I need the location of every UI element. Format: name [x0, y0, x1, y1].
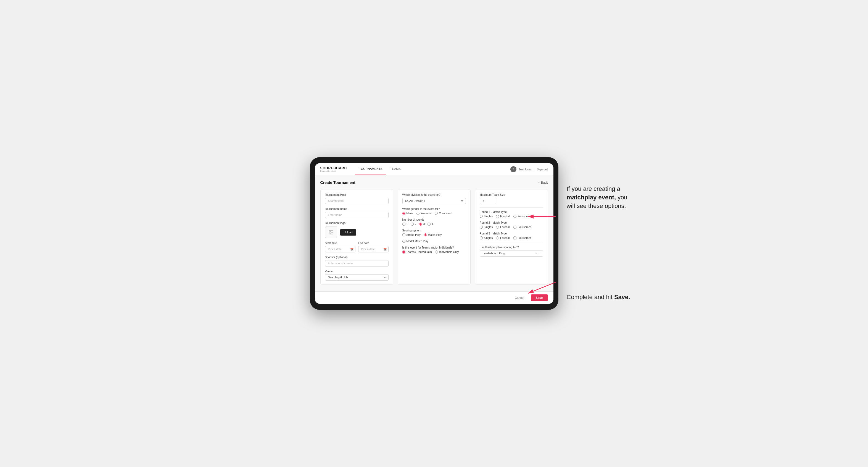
scoring-stroke[interactable]: Stroke Play: [402, 234, 421, 237]
gender-radio-group: Mens Womens Combined: [402, 212, 466, 215]
tournament-host-input[interactable]: [325, 198, 389, 204]
pipe-separator: |: [533, 168, 534, 171]
round-4-radio[interactable]: [428, 223, 431, 226]
gender-combined-radio[interactable]: [435, 212, 438, 215]
annotation-bottom-text1: Complete and hit: [567, 293, 614, 301]
sponsor-label: Sponsor (optional): [325, 256, 389, 259]
tournament-host-group: Tournament Host: [325, 193, 389, 204]
gender-mens[interactable]: Mens: [402, 212, 413, 215]
gender-mens-label: Mens: [406, 212, 413, 215]
round-2[interactable]: 2: [411, 223, 416, 226]
teams-plus-label: Teams (+Individuals): [406, 250, 432, 253]
division-select[interactable]: NCAA Division I: [402, 198, 466, 204]
round1-fourball[interactable]: Fourball: [496, 215, 510, 218]
brand: SCOREBOARD Powered by clippit: [320, 166, 347, 172]
round2-radio-group: Singles Fourball Foursomes: [480, 226, 543, 229]
gender-mens-radio[interactable]: [402, 212, 405, 215]
round1-singles-radio[interactable]: [480, 215, 483, 218]
logo-upload-area: Upload: [325, 226, 389, 238]
round2-fourball[interactable]: Fourball: [496, 226, 510, 229]
venue-select[interactable]: Search golf club: [325, 274, 389, 281]
tab-teams[interactable]: TEAMS: [386, 163, 405, 175]
round-1[interactable]: 1: [402, 223, 408, 226]
tournament-logo-label: Tournament logo: [325, 221, 389, 224]
gender-group: Which gender is the event for? Mens Wome…: [402, 208, 466, 215]
left-section: Tournament Host Tournament name Tourname…: [320, 189, 393, 285]
upload-button[interactable]: Upload: [340, 229, 356, 236]
end-date-label: End date: [358, 242, 389, 245]
round3-fourball-radio[interactable]: [496, 237, 499, 240]
sign-out-link[interactable]: Sign out: [536, 168, 548, 171]
date-row: Start date 📅 End date: [325, 242, 389, 252]
round2-foursomes[interactable]: Foursomes: [514, 226, 531, 229]
save-button[interactable]: Save: [531, 294, 548, 301]
round3-fourball-label: Fourball: [500, 237, 510, 240]
sponsor-input[interactable]: [325, 260, 389, 267]
scoring-label: Scoring system: [402, 229, 466, 232]
teams-group: Is this event for Teams and/or Individua…: [402, 246, 466, 253]
gender-womens[interactable]: Womens: [416, 212, 431, 215]
tournament-name-group: Tournament name: [325, 208, 389, 218]
round1-foursomes[interactable]: Foursomes: [514, 215, 531, 218]
round3-label: Round 3 - Match Type: [480, 232, 543, 235]
back-link[interactable]: ← Back: [537, 181, 548, 184]
scoring-match[interactable]: Match Play: [424, 234, 442, 237]
round3-foursomes-radio[interactable]: [514, 237, 517, 240]
tab-tournaments[interactable]: TOURNAMENTS: [355, 163, 386, 175]
round-3[interactable]: 3: [419, 223, 425, 226]
third-party-select[interactable]: Leaderboard King ✕ ⌄: [480, 250, 543, 256]
scoring-medal-label: Medal Match Play: [406, 240, 428, 243]
gender-label: Which gender is the event for?: [402, 208, 466, 211]
middle-section: Which division is the event for? NCAA Di…: [398, 189, 471, 285]
round-4-label: 4: [432, 223, 433, 226]
page-header: Create Tournament ← Back: [320, 180, 548, 185]
svg-point-1: [330, 231, 331, 232]
round1-foursomes-radio[interactable]: [514, 215, 517, 218]
scoring-medal[interactable]: Medal Match Play: [402, 240, 428, 243]
gender-combined[interactable]: Combined: [435, 212, 452, 215]
scoring-match-radio[interactable]: [424, 234, 427, 237]
tag-remove-icon[interactable]: ✕ ⌄: [535, 252, 540, 255]
round3-fourball[interactable]: Fourball: [496, 237, 510, 240]
form-layout: Tournament Host Tournament name Tourname…: [320, 189, 548, 285]
round2-match-group: Round 2 - Match Type Singles Fourball: [480, 221, 543, 229]
round1-singles[interactable]: Singles: [480, 215, 493, 218]
round3-singles-radio[interactable]: [480, 237, 483, 240]
round3-singles[interactable]: Singles: [480, 237, 493, 240]
individuals-only-label: Individuals Only: [439, 250, 459, 253]
individuals-only[interactable]: Individuals Only: [435, 250, 459, 253]
teams-radio-group: Teams (+Individuals) Individuals Only: [402, 250, 466, 253]
round2-singles[interactable]: Singles: [480, 226, 493, 229]
dates-group: Start date 📅 End date: [325, 242, 389, 252]
logo-placeholder: [325, 226, 337, 238]
round-1-radio[interactable]: [402, 223, 405, 226]
max-team-size-group: Maximum Team Size: [480, 193, 543, 204]
round-1-label: 1: [406, 223, 408, 226]
tournament-name-input[interactable]: [325, 212, 389, 218]
tournament-logo-group: Tournament logo Upload: [325, 221, 389, 238]
teams-plus-individuals[interactable]: Teams (+Individuals): [402, 250, 432, 253]
teams-plus-radio[interactable]: [402, 250, 405, 253]
round-2-radio[interactable]: [411, 223, 414, 226]
annotation-bottom: Complete and hit Save.: [567, 293, 636, 302]
round-4[interactable]: 4: [428, 223, 433, 226]
round2-foursomes-radio[interactable]: [514, 226, 517, 229]
page-title: Create Tournament: [320, 180, 355, 185]
round-3-radio[interactable]: [419, 223, 422, 226]
round-2-label: 2: [415, 223, 416, 226]
round1-fourball-label: Fourball: [500, 215, 510, 218]
cancel-button[interactable]: Cancel: [511, 294, 528, 301]
gender-womens-radio[interactable]: [416, 212, 420, 215]
individuals-only-radio[interactable]: [435, 250, 438, 253]
max-team-size-input[interactable]: [480, 198, 496, 204]
round3-match-group: Round 3 - Match Type Singles Fourball: [480, 232, 543, 240]
scoring-stroke-radio[interactable]: [402, 234, 405, 237]
round2-fourball-radio[interactable]: [496, 226, 499, 229]
round2-singles-radio[interactable]: [480, 226, 483, 229]
round1-radio-group: Singles Fourball Foursomes: [480, 215, 543, 218]
main-content: Create Tournament ← Back Tournament Host…: [315, 175, 553, 291]
scoring-medal-radio[interactable]: [402, 240, 405, 243]
annotation-right-bold: matchplay event,: [567, 194, 616, 201]
round3-foursomes[interactable]: Foursomes: [514, 237, 531, 240]
round1-fourball-radio[interactable]: [496, 215, 499, 218]
